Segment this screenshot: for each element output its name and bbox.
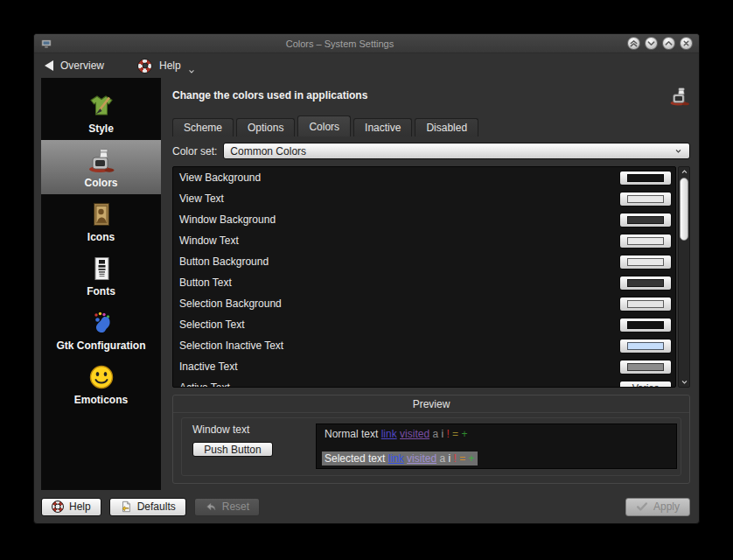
scrollbar[interactable] (678, 166, 690, 388)
preview-line-normal: Normal text link visited a i ! = + (322, 427, 470, 441)
swatch-color (627, 195, 664, 203)
swatch-color (627, 300, 664, 308)
tab-bar: Scheme Options Colors Inactive Disabled (172, 116, 690, 136)
apply-button[interactable]: Apply (625, 498, 690, 516)
scroll-up-icon[interactable] (681, 169, 688, 175)
swatch-color (627, 216, 664, 224)
preview-link: link (381, 428, 397, 440)
color-swatch-button[interactable] (619, 192, 672, 206)
tab-label: Options (248, 122, 283, 134)
color-swatch-button[interactable] (619, 339, 672, 354)
color-list-row: View Background View Text Window Backgro… (172, 166, 690, 388)
color-swatch-button[interactable] (619, 213, 672, 228)
overview-button[interactable]: Overview (45, 60, 104, 72)
color-set-select[interactable]: Common Colors (223, 143, 690, 159)
preview-link: visited (407, 452, 436, 465)
maximize-button[interactable] (662, 37, 675, 50)
color-swatch-button[interactable] (619, 171, 672, 186)
sidebar-item-icons[interactable]: Icons (41, 194, 161, 248)
color-role-row: View Text (177, 188, 672, 209)
sidebar-item-label: Style (88, 122, 114, 135)
system-settings-icon (40, 38, 52, 50)
color-role-row: Selection Text (177, 314, 672, 335)
help-menu-label: Help (159, 60, 181, 72)
color-swatch-button[interactable]: Varies (619, 381, 672, 388)
color-role-label: View Text (177, 192, 224, 205)
ink-bottle-icon (87, 146, 115, 174)
main-panel: Change the colors used in applications S… (172, 78, 690, 490)
tab-label: Colors (309, 121, 339, 133)
apply-button-label: Apply (653, 500, 680, 513)
help-lifering-icon (52, 500, 64, 513)
shade-button[interactable] (627, 37, 640, 50)
color-role-label: Window Text (177, 234, 239, 247)
tab-label: Scheme (184, 122, 222, 134)
tab-colors[interactable]: Colors (297, 116, 351, 136)
color-set-label: Color set: (172, 145, 217, 158)
swatch-color (627, 237, 664, 245)
color-role-label: View Background (177, 172, 261, 184)
preview-group: Preview Window text Push Button Normal t… (172, 395, 690, 484)
preview-text-segment: + (461, 428, 467, 440)
color-role-list: View Background View Text Window Backgro… (172, 166, 676, 388)
sidebar-item-colors[interactable]: Colors (41, 140, 161, 194)
help-button[interactable]: Help (41, 498, 101, 516)
sidebar-item-fonts[interactable]: Fonts (41, 248, 161, 303)
minimize-button[interactable] (645, 37, 658, 50)
sidebar-item-emoticons[interactable]: Emoticons (41, 357, 161, 411)
header-row: Change the colors used in applications (172, 86, 690, 107)
checkmark-icon (636, 500, 648, 513)
color-swatch-button[interactable] (619, 255, 672, 270)
tab-inactive[interactable]: Inactive (353, 118, 412, 136)
overview-label: Overview (60, 60, 104, 72)
color-role-row: Selection Inactive Text (177, 335, 672, 356)
eye-chart-icon (87, 255, 115, 283)
preview-inner-frame: Window text Push Button Normal text link… (181, 417, 681, 476)
preview-line-selected: Selected text link visited a i ! = + (322, 452, 478, 466)
push-button: Push Button (192, 442, 273, 457)
defaults-document-icon (120, 500, 132, 513)
color-set-row: Color set: Common Colors (172, 143, 690, 159)
color-swatch-button[interactable] (619, 234, 672, 248)
color-swatch-button[interactable] (619, 297, 672, 312)
swatch-color (627, 174, 664, 182)
content-area: Style Colors Icons Fonts (34, 78, 699, 490)
preview-text-segment: + (469, 452, 475, 465)
swatch-color (627, 258, 664, 266)
tab-disabled[interactable]: Disabled (415, 118, 478, 136)
smiley-icon (87, 363, 115, 391)
ink-bottle-icon (669, 86, 690, 107)
titlebar[interactable]: Colors – System Settings (34, 34, 699, 53)
system-settings-window: Colors – System Settings Overview Help S… (33, 33, 700, 524)
preview-link: link (388, 452, 404, 465)
gnome-foot-icon (87, 309, 115, 337)
color-swatch-button[interactable] (619, 360, 672, 374)
footer-button-row: Help Defaults Reset Apply (34, 490, 699, 523)
sidebar-item-label: Emoticons (74, 394, 128, 406)
color-role-row: Button Background (177, 251, 672, 272)
close-button[interactable] (680, 37, 693, 50)
sidebar-item-gtk[interactable]: Gtk Configuration (41, 303, 161, 357)
color-role-label: Window Background (177, 214, 276, 226)
reset-button-label: Reset (222, 500, 249, 513)
color-role-label: Selection Inactive Text (177, 340, 283, 352)
tab-options[interactable]: Options (236, 118, 295, 136)
scroll-thumb[interactable] (680, 178, 688, 241)
reset-button[interactable]: Reset (194, 498, 260, 516)
color-role-row: Window Background (177, 209, 672, 230)
sidebar-item-label: Gtk Configuration (57, 340, 146, 352)
scroll-down-icon[interactable] (681, 379, 688, 385)
swatch-varies-label: Varies (632, 383, 659, 388)
shirt-icon (87, 92, 115, 120)
color-role-label: Selection Background (177, 298, 282, 310)
sidebar: Style Colors Icons Fonts (41, 78, 161, 490)
swatch-color (627, 321, 664, 329)
color-swatch-button[interactable] (619, 318, 672, 332)
defaults-button[interactable]: Defaults (109, 498, 186, 516)
color-role-row: Window Text (177, 230, 672, 251)
tab-scheme[interactable]: Scheme (172, 118, 234, 136)
color-swatch-button[interactable] (619, 276, 672, 290)
help-menu-button[interactable]: Help (137, 59, 197, 74)
preview-text-segment: a (429, 428, 441, 440)
sidebar-item-style[interactable]: Style (41, 86, 161, 140)
